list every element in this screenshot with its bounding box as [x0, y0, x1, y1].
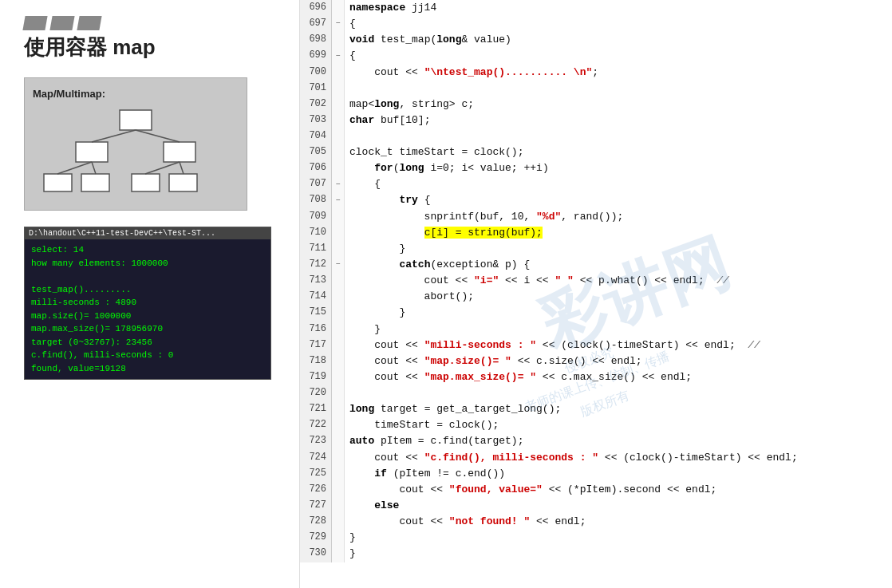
fold-725: [332, 466, 345, 482]
line-num-713: 713: [300, 273, 332, 289]
code-line-713: cout << "i=" << i << " " << p.what() << …: [345, 273, 892, 289]
code-line-727: else: [345, 498, 892, 514]
line-num-700: 700: [300, 65, 332, 81]
code-line-730: }: [345, 546, 892, 562]
fold-729: [332, 530, 345, 546]
svg-rect-0: [120, 110, 152, 130]
line-num-707: 707: [300, 176, 332, 192]
terminal-line-1: select: 14: [31, 243, 264, 257]
code-line-703: char buf[10];: [345, 112, 892, 128]
code-line-726: cout << "found, value=" << (*pItem).seco…: [345, 482, 892, 498]
code-row-706: 706 for(long i=0; i< value; ++i): [300, 160, 892, 176]
code-line-723: auto pItem = c.find(target);: [345, 433, 892, 449]
code-row-728: 728 cout << "not found! " << endl;: [300, 514, 892, 530]
code-line-702: map<long, string> c;: [345, 97, 892, 112]
svg-rect-2: [164, 142, 195, 162]
code-row-696: 696 namespace jj14: [300, 0, 892, 16]
terminal: D:\handout\C++11-test-DevC++\Test-ST... …: [24, 227, 271, 380]
fold-716: [332, 322, 345, 337]
code-row-726: 726 cout << "found, value=" << (*pItem).…: [300, 482, 892, 498]
code-row-727: 727 else: [300, 498, 892, 514]
fold-700: [332, 65, 345, 81]
code-line-711: }: [345, 241, 892, 257]
line-num-730: 730: [300, 546, 332, 562]
code-area: 696 namespace jj14 697 − { 698 void test…: [300, 0, 892, 588]
code-row-715: 715 }: [300, 305, 892, 321]
fold-721: [332, 401, 345, 417]
line-num-698: 698: [300, 32, 332, 48]
terminal-title: D:\handout\C++11-test-DevC++\Test-ST...: [25, 227, 270, 239]
fold-730: [332, 546, 345, 562]
line-num-721: 721: [300, 401, 332, 417]
code-line-715: }: [345, 305, 892, 321]
fold-727: [332, 498, 345, 514]
bar-2: [49, 16, 74, 30]
svg-line-10: [92, 162, 96, 174]
fold-713: [332, 273, 345, 289]
line-num-706: 706: [300, 160, 332, 176]
fold-696: [332, 0, 345, 16]
fold-702: [332, 97, 345, 112]
tree-diagram: Map/Multimap:: [24, 77, 247, 211]
code-line-707: {: [345, 176, 892, 192]
line-num-722: 722: [300, 417, 332, 433]
fold-717: [332, 337, 345, 353]
line-num-726: 726: [300, 482, 332, 498]
terminal-line-4: test_map().........: [31, 283, 264, 297]
line-num-697: 697: [300, 16, 332, 32]
code-row-725: 725 if (pItem != c.end()): [300, 466, 892, 482]
code-line-718: cout << "map.size()= " << c.size() << en…: [345, 353, 892, 369]
code-line-705: clock_t timeStart = clock();: [345, 144, 892, 160]
code-line-714: abort();: [345, 289, 892, 305]
tree-label: Map/Multimap:: [33, 88, 239, 100]
line-num-720: 720: [300, 385, 332, 401]
svg-rect-5: [44, 174, 72, 191]
code-row-724: 724 cout << "c.find(), milli-seconds : "…: [300, 450, 892, 466]
terminal-line-7: map.max_size()= 178956970: [31, 322, 264, 336]
svg-line-11: [145, 162, 180, 174]
fold-724: [332, 450, 345, 466]
code-row-714: 714 abort();: [300, 289, 892, 305]
code-line-697: {: [345, 16, 892, 32]
code-line-722: timeStart = clock();: [345, 417, 892, 433]
code-row-721: 721 long target = get_a_target_long();: [300, 401, 892, 417]
fold-714: [332, 289, 345, 305]
fold-710: [332, 225, 345, 241]
code-row-720: 720: [300, 385, 892, 401]
code-row-710: 710 c[i] = string(buf);: [300, 225, 892, 241]
code-line-706: for(long i=0; i< value; ++i): [345, 160, 892, 176]
line-num-728: 728: [300, 514, 332, 530]
code-row-702: 702 map<long, string> c;: [300, 97, 892, 112]
fold-701: [332, 81, 345, 97]
code-row-700: 700 cout << "\ntest_map().......... \n";: [300, 65, 892, 81]
code-row-713: 713 cout << "i=" << i << " " << p.what()…: [300, 273, 892, 289]
fold-715: [332, 305, 345, 321]
fold-728: [332, 514, 345, 530]
fold-707: −: [332, 176, 345, 192]
fold-705: [332, 144, 345, 160]
fold-706: [332, 160, 345, 176]
bar-3: [77, 16, 101, 30]
code-line-696: namespace jj14: [345, 0, 892, 16]
line-num-718: 718: [300, 353, 332, 369]
code-line-699: {: [345, 48, 892, 64]
fold-704: [332, 128, 345, 144]
fold-698: [332, 32, 345, 48]
terminal-line-10: found, value=19128: [31, 362, 264, 376]
svg-rect-6: [81, 174, 109, 191]
svg-line-4: [136, 130, 180, 142]
code-row-723: 723 auto pItem = c.find(target);: [300, 433, 892, 449]
terminal-body: select: 14 how many elements: 1000000 te…: [25, 239, 270, 379]
code-line-698: void test_map(long& value): [345, 32, 892, 48]
code-row-718: 718 cout << "map.size()= " << c.size() <…: [300, 353, 892, 369]
code-row-703: 703 char buf[10];: [300, 112, 892, 128]
code-line-717: cout << "milli-seconds : " << (clock()-t…: [345, 337, 892, 353]
line-num-714: 714: [300, 289, 332, 305]
code-row-730: 730 }: [300, 546, 892, 562]
decorative-bars: [24, 16, 275, 30]
code-row-729: 729 }: [300, 530, 892, 546]
svg-line-9: [57, 162, 92, 174]
svg-rect-8: [169, 174, 197, 191]
fold-709: [332, 209, 345, 225]
line-num-729: 729: [300, 530, 332, 546]
